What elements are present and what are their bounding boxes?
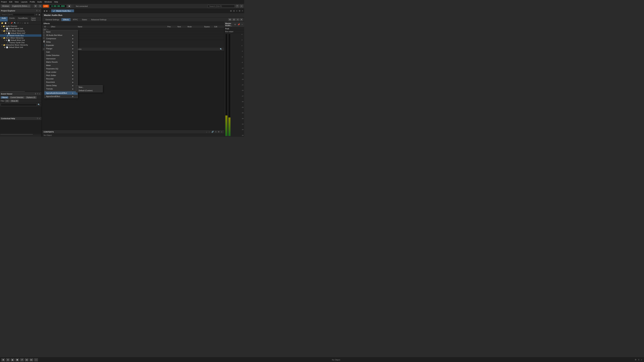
live-btn[interactable]: LIVE (43, 5, 49, 7)
tab-soundbanks[interactable]: SoundBanks (16, 17, 30, 21)
menu-item-agora-send[interactable]: AgoraSendEffect ▶ (44, 95, 78, 98)
menu-edit[interactable]: Edit (9, 1, 12, 3)
menu-item-stereo-delay[interactable]: Stereo Delay ▶ (44, 84, 78, 87)
sub-tab-general[interactable]: General Settings (44, 18, 61, 21)
menu-item-guitar-distortion[interactable]: Guitar Distortion ▶ (44, 54, 78, 57)
tree-tool-6[interactable]: ↺ (17, 22, 19, 24)
global-search-input[interactable] (208, 5, 234, 8)
contents-btn-export[interactable]: ↑ (208, 131, 210, 133)
menu-profile[interactable]: Profile (30, 1, 35, 3)
tree-item-dwu2[interactable]: ▼ ⚙ 📄 Default Work Unit* (0, 32, 42, 34)
ev-info-btn[interactable]: ℹ (34, 92, 36, 95)
sub-tab-rtpc[interactable]: RTPC (71, 18, 80, 21)
tree-item-default-work-unit-1[interactable]: ⚙ 📄 Default Work Unit (0, 27, 42, 30)
nn-search-btn[interactable]: 🔍 (219, 48, 223, 50)
tree-tool-5[interactable]: 🔍 (14, 22, 16, 24)
tab-nav-forward[interactable]: ▶ (46, 9, 48, 12)
event-search-input[interactable] (1, 103, 37, 106)
tab-bar-grid-btn1[interactable]: ⊞ (230, 9, 232, 12)
tree-tool-2[interactable]: 📋 (4, 22, 7, 24)
main-tab-master-audio-bus[interactable]: 🔊 Master Audio Bus × (51, 9, 74, 12)
ch-close-btn[interactable]: × (38, 117, 40, 120)
menu-item-harmonizer[interactable]: Harmonizer ▶ (44, 57, 78, 60)
tree-tool-4[interactable]: 📌 (10, 22, 13, 24)
tab-close-btn[interactable]: × (71, 10, 72, 12)
tab-events[interactable]: Events (8, 17, 16, 21)
sub-tab-view-btn2[interactable]: ⊟ (232, 18, 236, 21)
panel-close-btn[interactable]: × (38, 9, 40, 12)
tab-bar-list-btn[interactable]: ≡ (236, 9, 238, 12)
menu-item-tremolo[interactable]: Tremolo ▶ (44, 87, 78, 90)
tree-tool-7[interactable]: ↑ (20, 22, 21, 24)
meter-pin-btn[interactable]: 📌 (237, 23, 240, 26)
menu-item-compressor[interactable]: Compressor ▶ (44, 37, 78, 40)
search-expand-btn[interactable]: ▶ (38, 13, 41, 16)
meter-close-btn[interactable]: × (241, 23, 243, 26)
menu-layouts[interactable]: Layouts (21, 1, 28, 3)
tab-nav-back[interactable]: ◀ (43, 9, 46, 12)
filter-current-btn[interactable]: Current Selection (9, 96, 24, 99)
tab-bar-close-btn[interactable]: × (241, 9, 244, 12)
tree-tool-10[interactable]: ⊟ (26, 22, 29, 24)
windows-dropdown[interactable]: Windows (1, 5, 10, 7)
menu-audio[interactable]: Audio (38, 1, 42, 3)
tree-tool-9[interactable]: ⊞ (24, 22, 26, 24)
ch-info-btn[interactable]: ? (36, 117, 38, 120)
meter-settings-btn[interactable]: ⚙ (234, 23, 236, 26)
menu-item-agora-audio[interactable]: AgoraAudioSessionEffect ▶ (44, 91, 78, 95)
close-toolbar-btn[interactable]: × (240, 5, 243, 7)
ch-scrollbar[interactable] (0, 134, 33, 135)
sub-tab-expand-btn[interactable]: ▾ (240, 18, 243, 21)
event-search-icon[interactable]: 🔍 (37, 103, 40, 106)
menu-item-pitch-shifter[interactable]: Pitch Shifter ▶ (44, 74, 78, 77)
menu-item-delay[interactable]: Delay ▶ (44, 40, 78, 43)
submenu-item-default-custom[interactable]: Default (Custom) (76, 89, 102, 92)
menu-project[interactable]: Project (1, 1, 7, 3)
help-btn[interactable]: ? (236, 5, 239, 7)
tree-item-interactive-music[interactable]: ▼ 📁 Interactive Music Hierarchy (0, 44, 42, 46)
menu-item-3d-audio[interactable]: 3D Audio Bed Mixer ▶ (44, 33, 78, 37)
menu-item-expander[interactable]: Expander ▶ (44, 43, 78, 47)
tab-bar-settings-btn[interactable]: ⚙ (238, 9, 241, 12)
menu-item-recorder[interactable]: Recorder ▶ (44, 77, 78, 80)
sub-tab-advanced[interactable]: Advanced Settings (89, 18, 108, 21)
menu-item-matrix-reverb[interactable]: Matrix Reverb ▶ (44, 60, 78, 64)
sub-tab-view-btn1[interactable]: ⊞ (228, 18, 232, 21)
menu-help[interactable]: Help (54, 1, 58, 3)
menu-item-gain[interactable]: Gain ▶ (44, 50, 78, 54)
tree-scrollbar[interactable] (0, 91, 25, 92)
capture-btn[interactable]: ⏺ (67, 5, 71, 7)
sub-tab-view-btn3[interactable]: ≡ (236, 18, 239, 21)
tree-item-factory-synth[interactable]: 🎵 Factory Synth One (0, 41, 42, 44)
menu-item-flanger[interactable]: Flanger ▶ (44, 47, 78, 50)
tree-item-master-mixer[interactable]: ▼ 📁 Master-Mixer Hierarchy (0, 30, 42, 32)
filter-filtered-btn[interactable]: Filtered (1, 96, 8, 99)
ev-help-btn[interactable]: ? (36, 93, 38, 95)
tab-gamesyncs[interactable]: Game Syncs (30, 17, 42, 21)
contents-btn-info[interactable]: ℹ (215, 131, 217, 133)
menu-windows[interactable]: Windows (44, 1, 52, 3)
tab-nav-home[interactable]: ⌂ (49, 9, 51, 12)
menu-item-roomverb[interactable]: RoomVerb ▶ (44, 80, 78, 84)
panel-info-btn[interactable]: ℹ (36, 9, 38, 12)
tab-audio[interactable]: Audio (0, 17, 8, 21)
mode-m-btn[interactable]: M (34, 5, 38, 7)
tree-tool-1[interactable]: 📁 (1, 22, 4, 24)
tree-item-actor-mixer[interactable]: ▼ 📁 Actor-Mixer Hierarchy (0, 37, 42, 39)
tree-item-audio-devices[interactable]: ▶ 📁 Audio Devices (0, 25, 42, 27)
submenu-item-new[interactable]: New... (76, 85, 102, 89)
tab-bar-grid-btn2[interactable]: ⊟ (232, 9, 235, 12)
tree-tool-3[interactable]: ✂ (8, 22, 10, 24)
sub-tab-states[interactable]: States (80, 18, 89, 21)
filter-orphans-btn[interactable]: Orphans (0) (25, 96, 36, 99)
ev-close-btn[interactable]: × (38, 93, 40, 95)
menu-view[interactable]: View (14, 1, 18, 3)
contents-btn-settings[interactable]: ⚙ (217, 131, 220, 133)
search-refresh-btn[interactable]: ↺ (35, 13, 38, 16)
tree-tool-8[interactable]: ↓ (22, 22, 24, 24)
show-all-btn[interactable]: Show All (10, 100, 19, 102)
language-dropdown[interactable]: English(US) (Refere...) (11, 5, 30, 7)
contents-btn-import[interactable]: ↓ (206, 131, 208, 133)
menu-item-peak-limiter[interactable]: Peak Limiter ▶ (44, 70, 78, 74)
menu-item-none[interactable]: None (44, 30, 78, 33)
